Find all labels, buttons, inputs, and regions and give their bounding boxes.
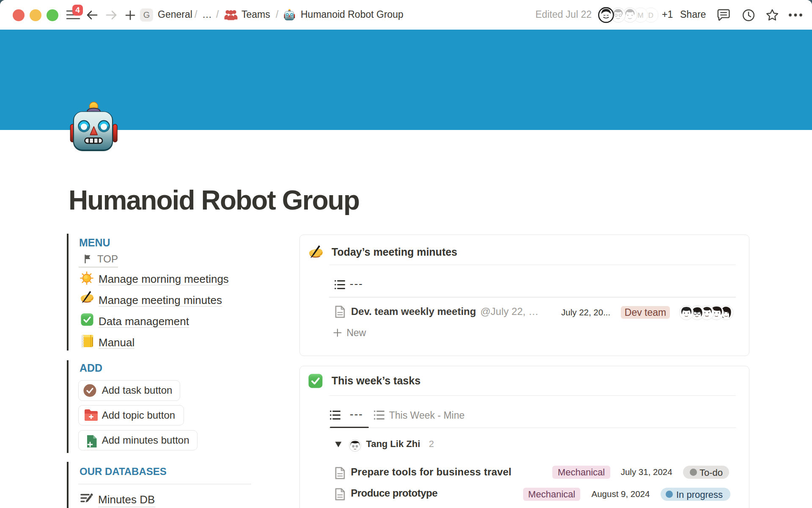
svg-text:M: M bbox=[637, 11, 643, 19]
svg-text:D: D bbox=[648, 11, 653, 19]
